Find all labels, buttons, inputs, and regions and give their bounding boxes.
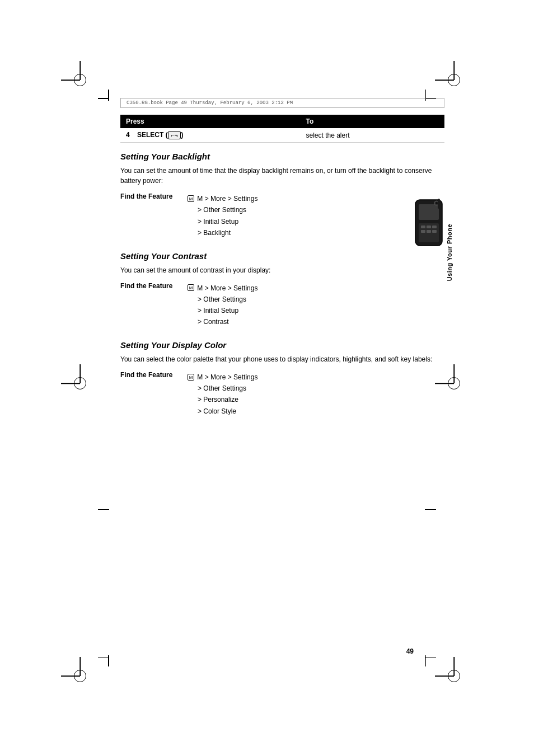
reg-mark-mid-left bbox=[72, 375, 88, 392]
reg-mark-top-left bbox=[72, 72, 88, 88]
feature-path-display-color: M M > More > Settings > Other Settings >… bbox=[188, 371, 257, 417]
display-color-path-line-4: > Color Style bbox=[188, 406, 257, 417]
table-header-press: Press bbox=[120, 115, 300, 128]
tick-top-left-v bbox=[108, 90, 109, 101]
section-display-color-title: Setting Your Display Color bbox=[120, 340, 444, 350]
tick-bot-left-h bbox=[98, 658, 109, 659]
feature-path-backlight: M M > More > Settings > Other Settings >… bbox=[188, 192, 257, 238]
feature-label-contrast: Find the Feature bbox=[120, 282, 188, 328]
tick-midbot-left-h bbox=[98, 509, 109, 510]
table-row: 4 SELECT (⌐¬) select the alert bbox=[120, 128, 444, 143]
path-line-1: M M > More > Settings bbox=[188, 192, 257, 204]
sections: Setting Your Backlight You can set the a… bbox=[120, 152, 444, 417]
section-display-color-body: You can select the color palette that yo… bbox=[120, 354, 444, 364]
feature-label-backlight: Find the Feature bbox=[120, 192, 188, 238]
content-area: C350.RG.book Page 49 Thursday, February … bbox=[120, 98, 444, 658]
display-color-path-line-3: > Personalize bbox=[188, 394, 257, 405]
contrast-path-line-2: > Other Settings bbox=[188, 294, 257, 305]
display-color-path-line-1: M M > More > Settings bbox=[188, 371, 257, 383]
file-info-bar: C350.RG.book Page 49 Thursday, February … bbox=[120, 98, 444, 108]
feature-row-display-color: Find the Feature M M > More > Settings >… bbox=[120, 371, 444, 417]
feature-label-display-color: Find the Feature bbox=[120, 371, 188, 417]
row-number: 4 bbox=[126, 131, 130, 139]
section-contrast: Setting Your Contrast You can set the am… bbox=[120, 251, 444, 328]
feature-row-contrast: Find the Feature M M > More > Settings >… bbox=[120, 282, 444, 328]
contrast-path-line-1: M M > More > Settings bbox=[188, 282, 257, 294]
tick-top-left-h bbox=[98, 98, 109, 99]
path-line-4: > Backlight bbox=[188, 227, 257, 238]
section-contrast-body: You can set the amount of contrast in yo… bbox=[120, 265, 444, 275]
contrast-path-line-4: > Contrast bbox=[188, 316, 257, 327]
tick-bot-left-v bbox=[108, 655, 109, 666]
section-contrast-title: Setting Your Contrast bbox=[120, 251, 444, 261]
key-icon: ⌐¬ bbox=[168, 131, 181, 139]
section-backlight-title: Setting Your Backlight bbox=[120, 152, 444, 161]
reg-mark-bottom-right bbox=[446, 668, 462, 684]
section-display-color: Setting Your Display Color You can selec… bbox=[120, 340, 444, 417]
section-backlight-body: You can set the amount of time that the … bbox=[120, 166, 444, 186]
table-cell-action: select the alert bbox=[300, 128, 444, 143]
key-close: ) bbox=[181, 131, 183, 139]
path-line-3: > Initial Setup bbox=[188, 216, 257, 227]
reg-mark-bottom-left bbox=[72, 668, 88, 684]
reg-mark-top-right bbox=[446, 72, 462, 88]
contrast-path-line-3: > Initial Setup bbox=[188, 305, 257, 316]
table-cell-press: 4 SELECT (⌐¬) bbox=[120, 128, 300, 143]
path-line-2: > Other Settings bbox=[188, 204, 257, 215]
row-key-label: SELECT ( bbox=[137, 131, 168, 139]
reg-mark-mid-right bbox=[446, 375, 462, 392]
table-header-to: To bbox=[300, 115, 444, 128]
section-backlight: Setting Your Backlight You can set the a… bbox=[120, 152, 444, 238]
press-table: Press To 4 SELECT (⌐¬) select the alert bbox=[120, 115, 444, 143]
feature-row-backlight: Find the Feature M M > More > Settings >… bbox=[120, 192, 444, 238]
page-container: Using Your Phone C350.RG.bo bbox=[0, 0, 534, 756]
feature-path-contrast: M M > More > Settings > Other Settings >… bbox=[188, 282, 257, 328]
page-number: 49 bbox=[406, 647, 414, 655]
display-color-path-line-2: > Other Settings bbox=[188, 383, 257, 394]
file-info-text: C350.RG.book Page 49 Thursday, February … bbox=[127, 100, 293, 106]
